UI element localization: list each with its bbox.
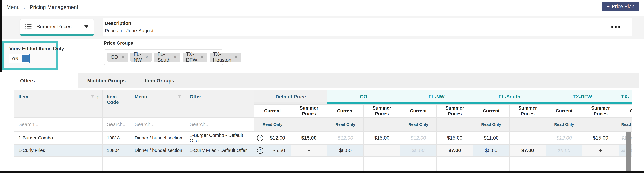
column-header-offer[interactable]: Offer: [186, 90, 254, 117]
price-group-chip-tx-houston[interactable]: TX-Houston✕: [210, 52, 241, 62]
price-group-chip-tx-dfw[interactable]: TX-DFW✕: [183, 52, 207, 62]
subcolumn-header-fl-nw-current: Current: [400, 105, 436, 117]
chip-label: TX-DFW: [186, 52, 198, 63]
price-cell[interactable]: $15.00: [582, 132, 619, 144]
column-header-item-code[interactable]: Item Code: [102, 90, 130, 117]
price-groups-label: Price Groups: [104, 40, 223, 46]
breadcrumb-menu[interactable]: Menu: [6, 4, 20, 10]
chip-remove-icon[interactable]: ✕: [145, 54, 148, 60]
item-code-cell: 10818: [102, 132, 130, 144]
search-input-menu[interactable]: [130, 122, 185, 128]
search-cell-offer: [186, 118, 254, 131]
column-header-label: Offer: [190, 94, 251, 100]
read-only-badge-tx-dfw: Read Only: [546, 118, 582, 131]
chevron-down-icon: [84, 25, 88, 28]
search-input-item[interactable]: [14, 122, 102, 128]
chip-label: FL-South: [158, 52, 170, 63]
empty-table-cell: [437, 157, 473, 173]
breadcrumb: Menu › Pricing Management: [6, 4, 78, 10]
price-cell[interactable]: $15.00: [437, 132, 473, 144]
more-options-icon[interactable]: [611, 26, 620, 28]
price-group-header-fl-nw: FL-NW: [400, 90, 473, 104]
vertical-scrollbar[interactable]: [626, 132, 630, 173]
selected-price-plan: Summer Prices: [36, 24, 80, 30]
read-only-badge-co: Read Only: [327, 118, 364, 131]
tab-offers[interactable]: Offers: [14, 74, 78, 88]
chip-remove-icon[interactable]: ✕: [234, 54, 238, 60]
search-input-offer[interactable]: [186, 122, 254, 128]
screenshot-edge-artifact-bottom: [0, 171, 644, 173]
plan-description-card: Description Prices for June-August: [103, 18, 632, 36]
price-group-chip-fl-nw[interactable]: FL-NW✕: [130, 52, 152, 62]
subcolumn-header-fl-nw-summer-prices: Summer Prices: [437, 105, 473, 117]
chevron-right-icon: ›: [24, 4, 26, 10]
subcolumn-header-default-price-current: Current: [254, 105, 290, 117]
read-only-badge-fl-south: Read Only: [473, 118, 509, 131]
subcolumn-header-default-price-summer-prices: Summer Prices: [291, 105, 327, 117]
chip-remove-icon[interactable]: ✕: [121, 54, 125, 60]
search-input-item-code[interactable]: [102, 122, 130, 128]
toggle-knob: [22, 55, 29, 62]
toggle-state-label: ON: [9, 56, 18, 61]
empty-table-cell: [546, 157, 582, 173]
chip-remove-icon[interactable]: ✕: [200, 54, 204, 60]
price-cell: $12.00: [327, 132, 364, 144]
price-cell: $5.50: [400, 144, 436, 156]
description-label: Description: [105, 20, 632, 26]
empty-table-cell: [400, 157, 436, 173]
price-cell[interactable]: -: [364, 144, 400, 156]
tab-item-groups[interactable]: Item Groups: [135, 74, 184, 88]
price-group-header-default-price: Default Price: [254, 90, 327, 104]
top-bar: Menu › Pricing Management + Price Plan: [0, 0, 644, 16]
subcolumn-header-co-current: Current: [327, 105, 364, 117]
filter-spacer-cell: [291, 118, 327, 131]
price-group-chip-fl-south[interactable]: FL-South✕: [154, 52, 180, 62]
price-cell[interactable]: $15.00: [364, 132, 400, 144]
price-cell[interactable]: $15.00: [291, 132, 327, 144]
subcolumn-header-fl-south-summer-prices: Summer Prices: [510, 105, 546, 117]
empty-table-cell: [473, 157, 509, 173]
empty-table-cell: [364, 157, 400, 173]
price-cell[interactable]: +: [582, 144, 619, 156]
price-groups-block: Price Groups CO✕FL-NW✕FL-South✕TX-DFW✕TX…: [104, 40, 223, 65]
price-cell[interactable]: -: [510, 132, 546, 144]
column-header-label: Item: [18, 94, 90, 100]
chip-remove-icon[interactable]: ✕: [173, 54, 177, 60]
highlight-annotation: View Edited Items Only ON: [2, 41, 58, 70]
price-cell[interactable]: $7.00: [437, 144, 473, 156]
column-header-menu[interactable]: Menu: [130, 90, 185, 117]
subcolumn-header-tx-dfw-summer-prices: Summer Prices: [582, 105, 619, 117]
screenshot-edge-artifact-left: [0, 0, 2, 72]
item-cell: 1-Curly Fries: [14, 144, 102, 156]
price-group-header-fl-south: FL-South: [473, 90, 546, 104]
offer-cell: 1-Burger Combo - Default Offer: [186, 132, 254, 144]
sort-asc-icon[interactable]: ↑: [96, 94, 99, 100]
empty-table-cell: [186, 157, 254, 173]
subcolumn-header-fl-south-current: Current: [473, 105, 509, 117]
filter-icon[interactable]: [177, 94, 182, 100]
chip-label: FL-NW: [134, 52, 142, 63]
price-cell: $5.50i: [254, 144, 290, 156]
price-group-header-tx: TX-: [619, 90, 632, 104]
info-icon[interactable]: i: [257, 147, 264, 154]
read-only-badge-tx: Read Only: [619, 118, 632, 131]
price-group-chips[interactable]: CO✕FL-NW✕FL-South✕TX-DFW✕TX-Houston✕: [104, 49, 223, 65]
item-code-cell: 10804: [102, 144, 130, 156]
price-group-header-tx-dfw: TX-DFW: [546, 90, 619, 104]
info-icon[interactable]: i: [257, 135, 264, 141]
search-cell-item-code: [102, 118, 130, 131]
pricing-table: Item↑Item CodeMenuOfferDefault PriceCOFL…: [14, 90, 632, 173]
price-group-chip-co[interactable]: CO✕: [108, 52, 128, 62]
price-cell[interactable]: +: [291, 144, 327, 156]
empty-table-cell: [582, 157, 619, 173]
price-cell[interactable]: $7.00: [510, 144, 546, 156]
filter-icon[interactable]: [90, 94, 95, 100]
pricing-management-page: Menu › Pricing Management + Price Plan S…: [0, 0, 644, 173]
subcolumn-header-co-summer-prices: Summer Prices: [364, 105, 400, 117]
price-plan-select[interactable]: Summer Prices: [20, 19, 94, 36]
tab-modifier-groups[interactable]: Modifier Groups: [78, 74, 135, 88]
add-price-plan-button[interactable]: + Price Plan: [602, 2, 639, 11]
price-cell: $12.00: [400, 132, 436, 144]
column-header-item[interactable]: Item↑: [14, 90, 102, 117]
view-edited-toggle[interactable]: ON: [9, 54, 30, 64]
